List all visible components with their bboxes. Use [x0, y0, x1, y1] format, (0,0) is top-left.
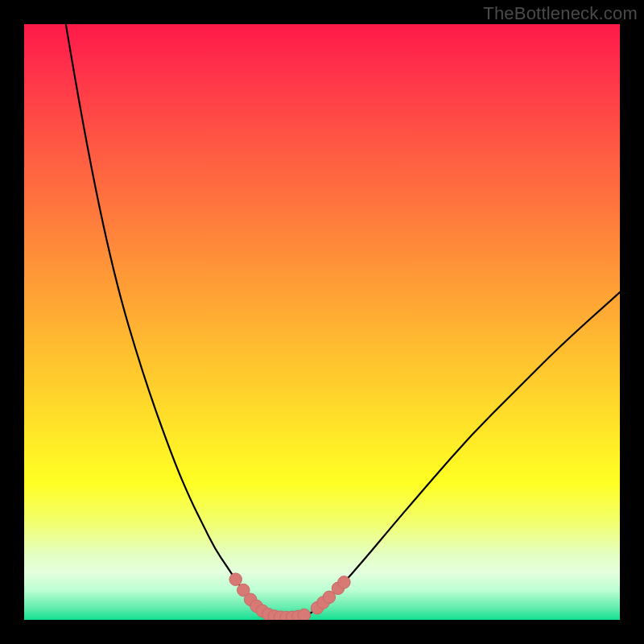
curve-marker [338, 576, 351, 589]
curve-marker [229, 573, 242, 586]
watermark-text: TheBottleneck.com [483, 3, 638, 24]
bottleneck-curve [66, 24, 620, 617]
plot-area [24, 24, 620, 620]
curve-markers [229, 573, 350, 620]
curve-layer [24, 24, 620, 620]
curve-marker [298, 609, 311, 620]
chart-frame: TheBottleneck.com [0, 0, 644, 644]
